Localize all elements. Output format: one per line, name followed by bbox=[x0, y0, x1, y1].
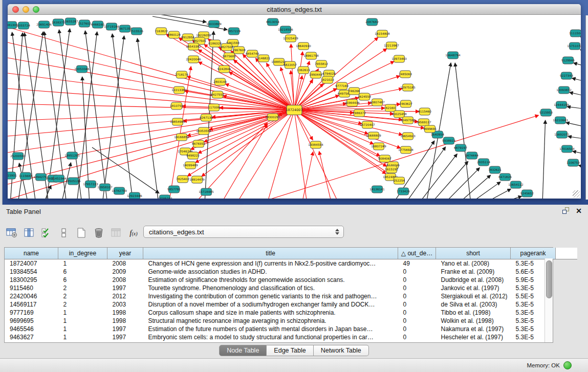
table-row[interactable]: 1872400712008Changes of HCN gene express… bbox=[5, 259, 577, 268]
graph-edge[interactable] bbox=[8, 110, 294, 136]
graph-node[interactable]: 1115683 bbox=[19, 172, 32, 180]
create-column-icon[interactable] bbox=[74, 225, 89, 240]
graph-node[interactable]: 7515526 bbox=[130, 28, 143, 35]
graph-node[interactable]: 6879197 bbox=[454, 144, 467, 151]
graph-node[interactable]: 16807249 bbox=[371, 143, 386, 150]
table-row[interactable]: 911546021997Tourette syndrome. Phenomeno… bbox=[5, 284, 577, 292]
graph-node[interactable]: 17016504 bbox=[559, 145, 575, 152]
graph-node[interactable]: 8678352 bbox=[192, 140, 205, 147]
graph-edge[interactable] bbox=[573, 151, 581, 155]
graph-edge[interactable] bbox=[579, 165, 581, 168]
float-panel-icon[interactable] bbox=[562, 207, 570, 214]
graph-edge[interactable] bbox=[431, 161, 468, 199]
graph-node[interactable]: 1106753 bbox=[567, 159, 580, 166]
graph-node[interactable]: 10807487 bbox=[369, 99, 385, 106]
graph-node[interactable]: 12975185 bbox=[400, 84, 416, 91]
graph-node[interactable]: 16353554 bbox=[196, 127, 211, 135]
graph-node[interactable]: 6466160 bbox=[91, 21, 104, 28]
graph-node[interactable]: 12497596 bbox=[400, 117, 416, 124]
graph-node[interactable]: 2803144 bbox=[213, 78, 227, 85]
column-header-1[interactable]: in_degree bbox=[58, 248, 107, 259]
graph-edge[interactable] bbox=[8, 110, 294, 184]
graph-node[interactable]: 19951295 bbox=[64, 152, 80, 159]
table-row[interactable]: 977716911998Corpus callosum shape and si… bbox=[5, 309, 577, 317]
graph-node[interactable]: 19218506 bbox=[278, 26, 293, 33]
graph-node[interactable]: 2967608 bbox=[232, 47, 246, 54]
graph-edge[interactable] bbox=[85, 31, 107, 199]
tab-edge-table[interactable]: Edge Table bbox=[267, 345, 313, 356]
graph-node[interactable]: 17957223 bbox=[83, 181, 98, 188]
graph-node[interactable]: 9875685 bbox=[223, 53, 236, 60]
graph-edge[interactable] bbox=[570, 92, 581, 96]
column-header-0[interactable]: name bbox=[5, 248, 58, 259]
graph-edge[interactable] bbox=[455, 63, 471, 199]
graph-node[interactable]: 8471826 bbox=[498, 173, 512, 181]
graph-node[interactable]: 1990448 bbox=[309, 71, 322, 78]
graph-node[interactable]: 20053346 bbox=[74, 65, 90, 73]
graph-node[interactable]: 9857791 bbox=[167, 186, 181, 193]
graph-node[interactable]: 9777169 bbox=[335, 82, 349, 90]
graph-node[interactable]: 12923446 bbox=[127, 192, 142, 199]
graph-node[interactable]: 18640910 bbox=[296, 42, 311, 50]
graph-node[interactable]: 19654923 bbox=[400, 133, 416, 140]
graph-node[interactable]: 8267130 bbox=[200, 114, 213, 121]
tab-network-table[interactable]: Network Table bbox=[314, 345, 369, 356]
graph-edge[interactable] bbox=[567, 106, 581, 109]
graph-node[interactable]: 9699695 bbox=[423, 125, 437, 133]
graph-node[interactable]: 2718176 bbox=[175, 71, 188, 78]
graph-node[interactable]: 1527602 bbox=[78, 20, 91, 27]
graph-node[interactable]: 8860128 bbox=[167, 31, 181, 38]
graph-node[interactable]: 62160 bbox=[385, 104, 396, 112]
graph-node[interactable]: 10958107 bbox=[97, 184, 113, 191]
graph-node[interactable]: 9498222 bbox=[186, 152, 200, 159]
graph-node[interactable]: 7163822 bbox=[155, 28, 168, 35]
graph-node[interactable]: 8427552 bbox=[211, 91, 224, 98]
graph-edge[interactable] bbox=[568, 137, 581, 139]
graph-edge[interactable] bbox=[82, 77, 90, 199]
graph-edge[interactable] bbox=[566, 122, 581, 127]
graph-node[interactable]: 5938923 bbox=[442, 137, 455, 144]
graph-node[interactable]: 7955812 bbox=[315, 60, 328, 68]
graph-node[interactable]: 15718485 bbox=[199, 188, 214, 195]
row-height-icon[interactable] bbox=[56, 225, 72, 240]
graph-node[interactable]: 16648794 bbox=[445, 52, 461, 59]
graph-node[interactable]: 14099489 bbox=[183, 162, 198, 169]
graph-node[interactable]: 12213967 bbox=[384, 42, 399, 49]
close-panel-icon[interactable]: ✕ bbox=[576, 207, 582, 214]
graph-node[interactable]: 1621022 bbox=[321, 76, 334, 83]
graph-edge[interactable] bbox=[580, 37, 581, 40]
graph-node[interactable]: 14569117 bbox=[416, 119, 431, 126]
graph-node[interactable]: 22420046 bbox=[186, 56, 201, 63]
graph-node[interactable]: 3915901 bbox=[8, 172, 17, 179]
graph-node[interactable]: 7485063 bbox=[399, 71, 412, 78]
graph-edge[interactable] bbox=[484, 189, 511, 199]
graph-node[interactable]: 1810755 bbox=[170, 102, 183, 110]
graph-node[interactable]: 11451944 bbox=[51, 175, 67, 182]
graph-node[interactable]: 1615192 bbox=[385, 166, 398, 173]
graph-node[interactable]: 8813054 bbox=[266, 18, 279, 26]
graph-edge[interactable] bbox=[137, 38, 159, 199]
graph-node[interactable]: 9084067 bbox=[378, 155, 391, 162]
graph-node[interactable]: 9215953 bbox=[539, 109, 553, 116]
graph-node[interactable]: 20364436 bbox=[344, 99, 360, 106]
graph-edge[interactable] bbox=[221, 124, 267, 199]
delete-column-icon[interactable] bbox=[91, 225, 106, 240]
graph-node[interactable]: 3624554 bbox=[358, 93, 371, 100]
table-row[interactable]: 946362711997Embryonic stem cells: a mode… bbox=[5, 333, 577, 341]
graph-node[interactable]: 12942757 bbox=[33, 173, 49, 181]
graph-edge[interactable] bbox=[8, 27, 294, 110]
tab-node-table[interactable]: Node Table bbox=[219, 345, 267, 356]
graph-node[interactable]: 25200550 bbox=[10, 152, 26, 160]
graph-node[interactable]: 9474444 bbox=[465, 152, 478, 159]
table-row[interactable]: 1830029562008Estimation of significance … bbox=[5, 276, 577, 284]
graph-node[interactable]: 9129946 bbox=[561, 57, 575, 64]
graph-node[interactable]: 10655287 bbox=[63, 18, 78, 25]
graph-edge[interactable] bbox=[202, 110, 294, 177]
graph-node[interactable]: 15692071 bbox=[554, 131, 570, 138]
graph-node[interactable]: 1111504 bbox=[569, 30, 581, 37]
graph-node[interactable]: 9146821 bbox=[257, 55, 270, 62]
table-row[interactable]: 1456911722003Disruption of a novel membe… bbox=[5, 300, 577, 309]
graph-node[interactable]: 9827508 bbox=[220, 43, 233, 51]
column-header-3[interactable]: title bbox=[143, 248, 398, 259]
graph-node[interactable]: 16782759 bbox=[112, 187, 127, 194]
